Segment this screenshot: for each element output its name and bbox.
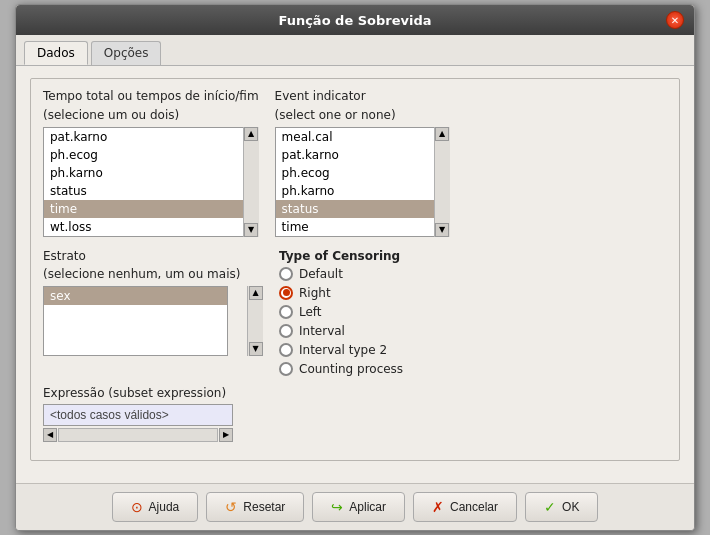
ajuda-button[interactable]: ⊙ Ajuda [112, 492, 199, 522]
list-item[interactable]: meal.cal [276, 128, 449, 146]
hscroll-track[interactable] [58, 428, 218, 442]
tempo-label-1: Tempo total ou tempos de início/fim [43, 89, 259, 105]
list-item[interactable]: status [44, 182, 246, 200]
event-section: Event indicator (select one or none) mea… [275, 89, 450, 236]
list-item[interactable]: wt.loss [44, 218, 246, 236]
list-item-status[interactable]: status [276, 200, 449, 218]
cancelar-icon: ✗ [432, 499, 444, 515]
ok-button[interactable]: ✓ OK [525, 492, 598, 522]
tab-opcoes[interactable]: Opções [91, 41, 162, 65]
censoring-group: Default Right Left Interval [279, 267, 667, 376]
radio-right[interactable]: Right [279, 286, 667, 300]
expression-wrap [43, 404, 233, 426]
list-item[interactable]: ph.ecog [44, 146, 246, 164]
scroll-down[interactable]: ▼ [249, 342, 263, 356]
expression-input[interactable] [44, 405, 232, 425]
event-listbox[interactable]: meal.cal pat.karno ph.ecog ph.karno stat… [275, 127, 450, 237]
ok-label: OK [562, 500, 579, 514]
list-item[interactable]: time [276, 218, 449, 236]
radio-left-btn[interactable] [279, 305, 293, 319]
estrato-section: Estrato (selecione nenhum, um ou mais) s… [43, 249, 263, 376]
cancelar-button[interactable]: ✗ Cancelar [413, 492, 517, 522]
estrato-label-1: Estrato [43, 249, 263, 265]
close-button[interactable]: ✕ [666, 11, 684, 29]
estrato-listbox-wrap: sex ▲ ▼ [43, 286, 263, 356]
tempo-listbox[interactable]: pat.karno ph.ecog ph.karno status time w… [43, 127, 247, 237]
cancelar-label: Cancelar [450, 500, 498, 514]
radio-interval2-btn[interactable] [279, 343, 293, 357]
radio-counting[interactable]: Counting process [279, 362, 667, 376]
main-content: Tempo total ou tempos de início/fim (sel… [16, 66, 694, 482]
inner-panel: Tempo total ou tempos de início/fim (sel… [30, 78, 680, 460]
radio-counting-label: Counting process [299, 362, 403, 376]
tab-bar: Dados Opções [16, 35, 694, 66]
estrato-listbox[interactable]: sex [43, 286, 228, 356]
list-item-sex[interactable]: sex [44, 287, 227, 305]
scroll-down[interactable]: ▼ [244, 223, 258, 237]
event-label-2: (select one or none) [275, 108, 450, 124]
tempo-label-2: (selecione um ou dois) [43, 108, 259, 124]
event-label-1: Event indicator [275, 89, 450, 105]
radio-default[interactable]: Default [279, 267, 667, 281]
dialog-window: Função de Sobrevida ✕ Dados Opções Tempo… [15, 4, 695, 530]
scroll-down[interactable]: ▼ [435, 223, 449, 237]
resetar-label: Resetar [243, 500, 285, 514]
resetar-button[interactable]: ↺ Resetar [206, 492, 304, 522]
hscroll-left[interactable]: ◀ [43, 428, 57, 442]
radio-default-btn[interactable] [279, 267, 293, 281]
title-bar: Função de Sobrevida ✕ [16, 5, 694, 35]
expression-section: Expressão (subset expression) ◀ ▶ [43, 386, 667, 442]
estrato-label-2: (selecione nenhum, um ou mais) [43, 267, 263, 283]
radio-left[interactable]: Left [279, 305, 667, 319]
list-item[interactable]: ph.karno [44, 164, 246, 182]
radio-counting-btn[interactable] [279, 362, 293, 376]
list-item[interactable]: pat.karno [276, 146, 449, 164]
radio-right-btn[interactable] [279, 286, 293, 300]
event-scrollbar[interactable]: ▲ ▼ [434, 127, 450, 237]
hscroll-right[interactable]: ▶ [219, 428, 233, 442]
bottom-row: Estrato (selecione nenhum, um ou mais) s… [43, 249, 667, 376]
tab-dados[interactable]: Dados [24, 41, 88, 65]
radio-interval[interactable]: Interval [279, 324, 667, 338]
resetar-icon: ↺ [225, 499, 237, 515]
tempo-scrollbar[interactable]: ▲ ▼ [243, 127, 259, 237]
ajuda-icon: ⊙ [131, 499, 143, 515]
ajuda-label: Ajuda [149, 500, 180, 514]
top-row: Tempo total ou tempos de início/fim (sel… [43, 89, 667, 236]
ok-icon: ✓ [544, 499, 556, 515]
dialog-title: Função de Sobrevida [44, 13, 666, 28]
list-item[interactable]: ph.ecog [276, 164, 449, 182]
radio-interval2[interactable]: Interval type 2 [279, 343, 667, 357]
expression-hscrollbar: ◀ ▶ [43, 428, 233, 442]
scroll-up[interactable]: ▲ [249, 286, 263, 300]
list-item-time[interactable]: time [44, 200, 246, 218]
list-item[interactable]: pat.karno [44, 128, 246, 146]
list-item[interactable]: ph.karno [276, 182, 449, 200]
aplicar-label: Aplicar [349, 500, 386, 514]
tempo-section: Tempo total ou tempos de início/fim (sel… [43, 89, 259, 236]
expression-label: Expressão (subset expression) [43, 386, 667, 400]
scroll-up[interactable]: ▲ [435, 127, 449, 141]
radio-interval-label: Interval [299, 324, 345, 338]
censoring-section: Type of Censoring Default Right Le [279, 249, 667, 376]
censoring-title: Type of Censoring [279, 249, 667, 263]
estrato-scrollbar[interactable]: ▲ ▼ [247, 286, 263, 356]
radio-default-label: Default [299, 267, 343, 281]
radio-interval2-label: Interval type 2 [299, 343, 387, 357]
tempo-listbox-wrap: pat.karno ph.ecog ph.karno status time w… [43, 127, 259, 237]
scroll-up[interactable]: ▲ [244, 127, 258, 141]
aplicar-button[interactable]: ↪ Aplicar [312, 492, 405, 522]
aplicar-icon: ↪ [331, 499, 343, 515]
radio-left-label: Left [299, 305, 322, 319]
radio-right-label: Right [299, 286, 331, 300]
event-listbox-wrap: meal.cal pat.karno ph.ecog ph.karno stat… [275, 127, 450, 237]
radio-interval-btn[interactable] [279, 324, 293, 338]
footer: ⊙ Ajuda ↺ Resetar ↪ Aplicar ✗ Cancelar ✓… [16, 483, 694, 530]
